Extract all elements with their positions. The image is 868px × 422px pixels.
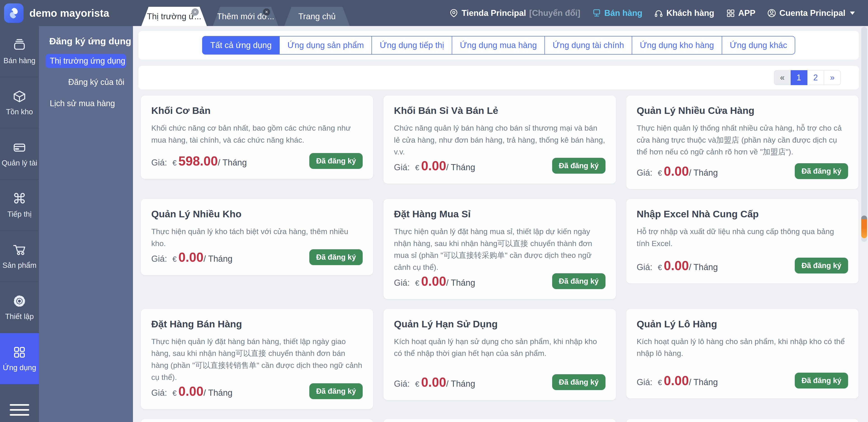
- price: Giá: € 0.00 / Tháng: [394, 158, 475, 173]
- subscribed-badge[interactable]: Đã đăng ký: [309, 383, 363, 399]
- cube-icon: [12, 89, 27, 104]
- scrollbar-thumb[interactable]: [861, 216, 867, 238]
- card-description: Khối chức năng cơ bản nhất, bao gồm các …: [151, 122, 363, 146]
- subscribed-badge[interactable]: Đã đăng ký: [795, 258, 848, 274]
- currency-symbol: €: [415, 164, 419, 172]
- currency-symbol: €: [173, 255, 177, 263]
- card-title: Quản Lý Nhiều Cửa Hàng: [637, 105, 848, 116]
- sidebar-item-apps[interactable]: Ứng dụng: [0, 333, 39, 384]
- pagination-bar: « 1 2 »: [138, 66, 859, 89]
- price-label: Giá:: [394, 163, 410, 172]
- price-label: Giá:: [637, 168, 653, 178]
- card-title: Khối Bán Sỉ Và Bán Lẻ: [394, 105, 605, 116]
- sidebar-item-settings[interactable]: Thiết lập: [0, 282, 39, 333]
- app-logo[interactable]: [4, 3, 24, 23]
- pos-sales-button[interactable]: Bán hàng: [592, 8, 643, 18]
- close-icon[interactable]: ×: [263, 8, 270, 16]
- switch-store-link[interactable]: [Chuyển đổi]: [529, 8, 580, 18]
- app-card[interactable]: Nhập Excel Nhà Cung Cấp Hỗ trợ nhập và x…: [626, 199, 859, 283]
- pos-sales-label: Bán hàng: [604, 8, 643, 18]
- card-footer: Giá: € 0.00 / Tháng Đã đăng ký: [394, 158, 605, 174]
- card-description: Kích hoạt quản lý hạn sử dụng cho sản ph…: [394, 336, 605, 359]
- currency-symbol: €: [415, 279, 419, 287]
- price-value: 0.00: [664, 164, 689, 179]
- hamburger-menu-icon[interactable]: [10, 404, 29, 416]
- app-card-grid: Khối Cơ Bản Khối chức năng cơ bản nhất, …: [141, 95, 859, 422]
- sidebar-item-label: Tồn kho: [6, 108, 33, 116]
- app-card[interactable]: Quản Lý Nhiều Kho Thực hiện quản lý kho …: [141, 199, 373, 275]
- app-card[interactable]: Khối Bán Sỉ Và Bán Lẻ Chức năng quản lý …: [383, 95, 616, 184]
- chevron-down-icon: [850, 11, 855, 15]
- card-footer: Giá: € 0.00 / Tháng Đã đăng ký: [394, 374, 605, 390]
- app-card[interactable]: Quản Lý Hạn Sử Dụng Kích hoạt quản lý hạ…: [383, 309, 616, 400]
- price-label: Giá:: [394, 278, 410, 288]
- subscribed-badge[interactable]: Đã đăng ký: [552, 374, 606, 390]
- subscribed-badge[interactable]: Đã đăng ký: [795, 163, 848, 179]
- card-description: Hỗ trợ nhập và xuất dữ liệu nhà cung cấp…: [637, 225, 848, 249]
- app-card[interactable]: Khối Cơ Bản Khối chức năng cơ bản nhất, …: [141, 95, 373, 179]
- filter-purchasing-apps[interactable]: Ứng dụng mua hàng: [452, 36, 545, 55]
- submenu-item-my-subscriptions[interactable]: Đăng ký của tôi: [46, 75, 126, 89]
- location-pin-icon: [449, 9, 458, 18]
- filter-warehouse-apps[interactable]: Ứng dụng kho hàng: [632, 36, 722, 55]
- pagination-page-1[interactable]: 1: [791, 70, 807, 85]
- filter-bar: Tất cả ứng dụng Ứng dụng sản phẩm Ứng dụ…: [138, 31, 859, 60]
- sidebar-item-products[interactable]: Sản phẩm: [0, 231, 39, 282]
- tab-home[interactable]: Trang chủ: [284, 7, 350, 26]
- app-card[interactable]: Quản Lý Đa Đơn Vị: [141, 419, 373, 422]
- sidebar-item-label: Tiếp thị: [7, 210, 32, 219]
- app-card[interactable]: Đặt Hàng Bán Hàng Thực hiện quản lý đặt …: [141, 309, 373, 409]
- price-value: 0.00: [421, 158, 446, 173]
- card-description: Thực hiện quản lý kho tách biệt với cửa …: [151, 225, 363, 249]
- subscribed-badge[interactable]: Đã đăng ký: [309, 153, 363, 169]
- card-footer: Giá: € 0.00 / Tháng Đã đăng ký: [151, 383, 363, 399]
- price: Giá: € 0.00 / Tháng: [394, 375, 475, 390]
- filter-finance-apps[interactable]: Ứng dụng tài chính: [545, 36, 632, 55]
- app-card[interactable]: Nhận Sản Phẩm Từ Đám Mây: [626, 419, 859, 422]
- sidebar-item-marketing[interactable]: ⌘ Tiếp thị: [0, 179, 39, 231]
- sidebar-item-sales[interactable]: Bán hàng: [0, 26, 39, 77]
- subscribed-badge[interactable]: Đã đăng ký: [552, 273, 606, 289]
- grid-icon: [12, 345, 27, 359]
- card-footer: Giá: € 0.00 / Tháng Đã đăng ký: [151, 249, 363, 265]
- subscribed-badge[interactable]: Đã đăng ký: [552, 158, 606, 174]
- app-card[interactable]: Đặt Hàng Mua Sỉ Thực hiện quản lý đặt hà…: [383, 199, 616, 299]
- price-period: / Tháng: [446, 379, 475, 389]
- sidebar-item-finance[interactable]: Quản lý tài: [0, 129, 39, 179]
- tab-new-order[interactable]: Thêm mới đơ... ×: [213, 7, 278, 26]
- currency-symbol: €: [658, 378, 662, 387]
- price-label: Giá:: [151, 158, 167, 168]
- tab-marketplace[interactable]: Thị trường ứ... ×: [141, 7, 207, 26]
- app-card[interactable]: Quản Lý Sản Phẩm Kết Hợp: [383, 419, 616, 422]
- filter-all-apps[interactable]: Tất cả ứng dụng: [202, 36, 280, 55]
- gear-icon: [12, 294, 27, 308]
- submenu-item-purchase-history[interactable]: Lịch sử mua hàng: [46, 96, 126, 111]
- account-dropdown[interactable]: Cuenta Principal: [767, 8, 855, 18]
- app-card[interactable]: Quản Lý Lô Hàng Kích hoạt quản lý lô hàn…: [626, 309, 859, 398]
- sidebar-item-inventory[interactable]: Tồn kho: [0, 77, 39, 129]
- pagination-prev-button[interactable]: «: [774, 70, 791, 85]
- subscribed-badge[interactable]: Đã đăng ký: [795, 373, 848, 389]
- pagination-next-button[interactable]: »: [824, 70, 841, 85]
- filter-other-apps[interactable]: Ứng dụng khác: [722, 36, 796, 55]
- close-icon[interactable]: ×: [191, 8, 199, 16]
- app-menu-button[interactable]: APP: [726, 8, 755, 18]
- scrollbar-track[interactable]: [861, 27, 867, 242]
- pagination-page-2[interactable]: 2: [807, 70, 824, 85]
- account-name: Cuenta Principal: [779, 8, 845, 18]
- price-period: / Tháng: [689, 262, 718, 272]
- card-description: Chức năng quản lý bán hàng cho bán sỉ th…: [394, 122, 605, 158]
- currency-symbol: €: [415, 380, 419, 389]
- sidebar-item-label: Ứng dụng: [3, 363, 36, 372]
- price-period: / Tháng: [204, 254, 232, 264]
- customer-support-button[interactable]: Khách hàng: [654, 8, 714, 18]
- card-footer: Giá: € 0.00 / Tháng Đã đăng ký: [637, 373, 848, 389]
- app-card[interactable]: Quản Lý Nhiều Cửa Hàng Thực hiện quản lý…: [626, 95, 859, 189]
- subscribed-badge[interactable]: Đã đăng ký: [309, 249, 363, 265]
- filter-product-apps[interactable]: Ứng dụng sản phẩm: [280, 36, 372, 55]
- price-period: / Tháng: [446, 163, 475, 172]
- filter-marketing-apps[interactable]: Ứng dụng tiếp thị: [372, 36, 452, 55]
- price-period: / Tháng: [689, 377, 718, 387]
- submenu-item-marketplace[interactable]: Thị trường ứng dụng: [46, 54, 126, 68]
- store-selector[interactable]: Tienda Principal [Chuyển đổi]: [449, 8, 580, 18]
